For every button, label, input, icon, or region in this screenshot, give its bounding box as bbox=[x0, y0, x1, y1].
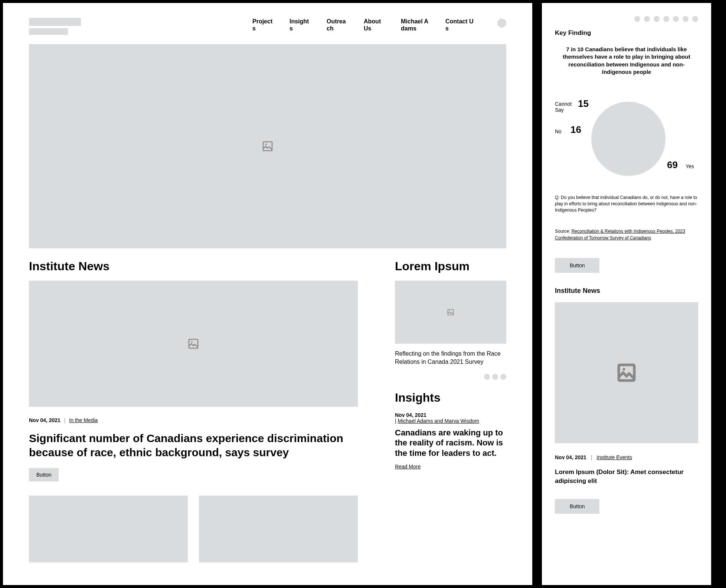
label-cannot-say: Cannot Say bbox=[555, 101, 577, 113]
source-link[interactable]: Reconciliation & Relations with Indigeno… bbox=[555, 229, 685, 241]
nav-insights[interactable]: Insights bbox=[290, 18, 312, 32]
label-yes: Yes bbox=[686, 163, 694, 169]
insights-date: Nov 04, 2021 bbox=[395, 412, 506, 418]
avatar-icon[interactable] bbox=[497, 19, 506, 27]
news-category-link[interactable]: In the Media bbox=[69, 417, 98, 423]
svg-rect-0 bbox=[263, 142, 272, 151]
main-nav: Projects Insights Outreach About Us Mich… bbox=[252, 18, 506, 32]
dot-3[interactable] bbox=[500, 374, 506, 380]
side-image-placeholder bbox=[395, 281, 506, 344]
nav-outreach[interactable]: Outreach bbox=[327, 18, 349, 32]
m-dot[interactable] bbox=[663, 16, 669, 22]
insights-title: Canadians are waking up to the reality o… bbox=[395, 428, 506, 458]
m-dot[interactable] bbox=[692, 16, 698, 22]
value-yes: 69 bbox=[667, 159, 678, 171]
nav-michael-adams[interactable]: Michael Adams bbox=[401, 18, 431, 32]
pie-chart: Cannot Say 15 No 16 69 Yes bbox=[555, 98, 698, 187]
svg-point-7 bbox=[623, 368, 625, 371]
lorem-heading: Lorem Ipsum bbox=[395, 259, 506, 273]
news-meta: Nov 04, 2021 | In the Media bbox=[29, 417, 358, 423]
m-dot[interactable] bbox=[683, 16, 689, 22]
dot-1[interactable] bbox=[484, 374, 490, 380]
dot-2[interactable] bbox=[492, 374, 498, 380]
mobile-news-image-placeholder bbox=[555, 302, 698, 443]
institute-news-heading: Institute News bbox=[29, 259, 358, 273]
news-headline: Significant number of Canadians experien… bbox=[29, 431, 358, 459]
svg-rect-2 bbox=[189, 339, 198, 348]
main-column: Institute News Nov 04, 2021 | In the Med… bbox=[29, 259, 358, 562]
image-icon bbox=[616, 362, 637, 383]
image-icon bbox=[262, 140, 274, 152]
mobile-news-category-link[interactable]: Institute Events bbox=[596, 454, 632, 460]
key-finding-text: 7 in 10 Canadians believe that individua… bbox=[560, 46, 693, 76]
value-cannot-say: 15 bbox=[578, 98, 589, 110]
thumb-2[interactable] bbox=[199, 496, 358, 562]
keyfinding-button[interactable]: Button bbox=[555, 258, 599, 273]
header: Projects Insights Outreach About Us Mich… bbox=[29, 18, 506, 35]
carousel-dots bbox=[395, 374, 506, 380]
thumb-1[interactable] bbox=[29, 496, 188, 562]
m-dot[interactable] bbox=[644, 16, 650, 22]
mobile-top-dots bbox=[555, 16, 698, 22]
insights-meta: Nov 04, 2021 | Michael Adams and Marva W… bbox=[395, 412, 506, 424]
mobile-institute-news-heading: Institute News bbox=[555, 287, 698, 295]
m-dot[interactable] bbox=[673, 16, 679, 22]
chart-question: Q: Do you believe that individual Canadi… bbox=[555, 195, 698, 213]
side-column: Lorem Ipsum Reflecting on the findings f… bbox=[395, 259, 506, 562]
mobile-news-button[interactable]: Button bbox=[555, 499, 599, 514]
key-finding-heading: Key Finding bbox=[555, 29, 698, 37]
label-no: No bbox=[555, 128, 562, 134]
news-button[interactable]: Button bbox=[29, 468, 59, 481]
m-dot[interactable] bbox=[634, 16, 640, 22]
logo-placeholder bbox=[29, 18, 81, 35]
nav-about[interactable]: About Us bbox=[364, 18, 386, 32]
mobile-frame: Key Finding 7 in 10 Canadians believe th… bbox=[541, 2, 712, 586]
thumbnail-row bbox=[29, 496, 358, 562]
insights-heading: Insights bbox=[395, 391, 506, 405]
news-image-placeholder bbox=[29, 281, 358, 407]
insights-authors-link[interactable]: Michael Adams and Marva Wisdom bbox=[398, 418, 479, 424]
news-date: Nov 04, 2021 bbox=[29, 417, 61, 423]
image-icon bbox=[187, 338, 199, 350]
mobile-news-headline: Lorem Ipsum (Dolor Sit): Amet consectetu… bbox=[555, 468, 698, 486]
side-caption: Reflecting on the findings from the Race… bbox=[395, 350, 506, 366]
image-icon bbox=[447, 308, 454, 316]
svg-point-3 bbox=[191, 341, 193, 343]
hero-image-placeholder bbox=[29, 44, 506, 248]
mobile-news-meta: Nov 04, 2021 | Institute Events bbox=[555, 454, 698, 460]
read-more-link[interactable]: Read More bbox=[395, 464, 421, 470]
svg-rect-4 bbox=[448, 310, 454, 315]
value-no: 16 bbox=[570, 124, 581, 135]
mobile-news-date: Nov 04, 2021 bbox=[555, 454, 586, 460]
svg-point-5 bbox=[449, 310, 450, 311]
nav-contact[interactable]: Contact Us bbox=[445, 18, 475, 32]
m-dot[interactable] bbox=[654, 16, 660, 22]
svg-point-1 bbox=[265, 144, 267, 145]
nav-projects[interactable]: Projects bbox=[252, 18, 275, 32]
pie-circle bbox=[591, 102, 666, 176]
desktop-frame: Projects Insights Outreach About Us Mich… bbox=[2, 2, 533, 586]
chart-source: Source: Reconciliation & Relations with … bbox=[555, 228, 698, 241]
